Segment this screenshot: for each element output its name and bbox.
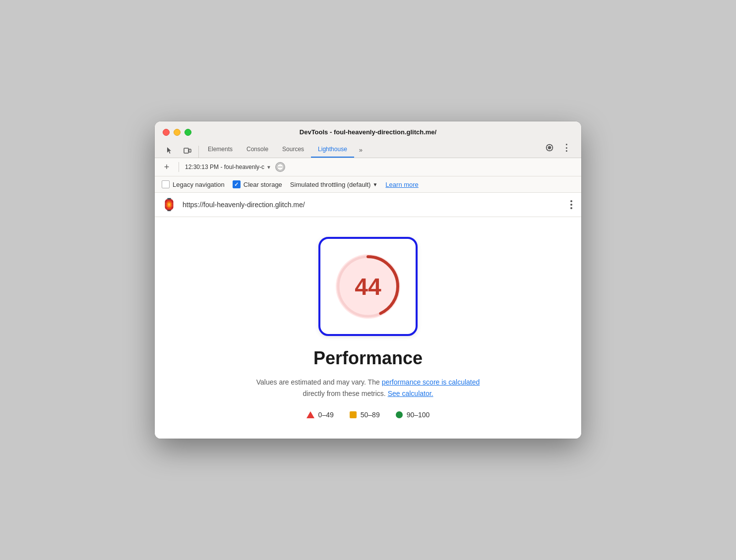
url-text: https://foul-heavenly-direction.glitch.m… — [183, 201, 562, 209]
legend-range-orange: 50–89 — [361, 411, 380, 419]
green-circle-icon — [396, 411, 403, 418]
dropdown-arrow-icon[interactable]: ▼ — [266, 165, 271, 170]
score-circle: 44 — [336, 254, 400, 319]
legacy-navigation-checkbox[interactable]: Legacy navigation — [162, 180, 225, 188]
red-triangle-icon — [307, 411, 314, 418]
toolbar-divider — [179, 162, 179, 172]
svg-rect-1 — [189, 149, 191, 152]
score-description: Values are estimated and may vary. The p… — [256, 377, 480, 399]
devtools-tabs: Elements Console Sources Lighthouse » ⋮ — [163, 141, 573, 158]
clear-storage-checkbox[interactable]: Clear storage — [233, 180, 282, 188]
legend-range-red: 0–49 — [318, 411, 334, 419]
url-more-button[interactable] — [568, 198, 574, 211]
tab-lighthouse[interactable]: Lighthouse — [311, 142, 354, 158]
throttling-arrow-icon: ▼ — [372, 182, 377, 187]
legacy-navigation-label: Legacy navigation — [173, 181, 225, 188]
clear-storage-checkbox-box[interactable] — [233, 180, 241, 188]
score-desc-static: Values are estimated and may vary. The — [256, 378, 380, 386]
more-options-button[interactable]: ⋮ — [559, 141, 573, 155]
tab-divider — [198, 146, 199, 158]
device-toggle-button[interactable] — [181, 144, 194, 158]
legacy-navigation-checkbox-box[interactable] — [162, 180, 170, 188]
clear-storage-label: Clear storage — [244, 181, 282, 188]
svg-rect-0 — [184, 148, 188, 153]
timestamp-text: 12:30:13 PM - foul-heavenly-c — [185, 164, 264, 170]
learn-more-link[interactable]: Learn more — [385, 181, 418, 188]
toolbar-icons — [163, 144, 194, 158]
legend-item-red: 0–49 — [307, 411, 334, 419]
legend-item-orange: 50–89 — [350, 411, 380, 419]
devtools-window: DevTools - foul-heavenly-direction.glitc… — [155, 121, 581, 439]
window-title: DevTools - foul-heavenly-direction.glitc… — [300, 128, 436, 136]
legend-row: 0–49 50–89 90–100 — [307, 411, 430, 419]
throttling-selector[interactable]: Simulated throttling (default) ▼ — [290, 181, 378, 188]
score-desc-middle: directly from these metrics. — [303, 390, 386, 397]
timestamp-url: 12:30:13 PM - foul-heavenly-c ▼ — [185, 164, 271, 170]
settings-button[interactable] — [543, 141, 556, 155]
close-button[interactable] — [163, 129, 170, 136]
select-tool-button[interactable] — [163, 144, 177, 158]
traffic-lights — [163, 129, 191, 136]
more-dot-2 — [570, 204, 572, 206]
orange-square-icon — [350, 411, 357, 418]
more-dot-3 — [570, 207, 572, 209]
lighthouse-icon: 🏮 — [162, 198, 177, 212]
toolbar-row: + 12:30:13 PM - foul-heavenly-c ▼ — [155, 158, 581, 176]
tab-console[interactable]: Console — [240, 142, 275, 158]
performance-score-link[interactable]: performance score is calculated — [382, 378, 480, 386]
more-dot-1 — [570, 200, 572, 202]
calculator-link[interactable]: See calculator. — [388, 390, 433, 397]
no-entry-icon[interactable] — [275, 162, 285, 172]
tab-sources[interactable]: Sources — [275, 142, 311, 158]
tab-elements[interactable]: Elements — [201, 142, 240, 158]
score-gauge: 44 — [318, 237, 418, 336]
legend-range-green: 90–100 — [407, 411, 430, 419]
add-button[interactable]: + — [161, 161, 173, 173]
maximize-button[interactable] — [184, 129, 191, 136]
minimize-button[interactable] — [174, 129, 181, 136]
tab-overflow-button[interactable]: » — [354, 142, 368, 158]
titlebar: DevTools - foul-heavenly-direction.glitc… — [155, 121, 581, 158]
legend-item-green: 90–100 — [396, 411, 430, 419]
options-row: Legacy navigation Clear storage Simulate… — [155, 176, 581, 193]
url-row: 🏮 https://foul-heavenly-direction.glitch… — [155, 193, 581, 217]
tab-right-icons: ⋮ — [543, 141, 573, 158]
score-title: Performance — [313, 348, 423, 369]
score-value: 44 — [355, 273, 381, 300]
main-content: 44 Performance Values are estimated and … — [155, 217, 581, 439]
svg-point-2 — [549, 147, 551, 149]
throttling-text: Simulated throttling (default) — [290, 181, 371, 188]
